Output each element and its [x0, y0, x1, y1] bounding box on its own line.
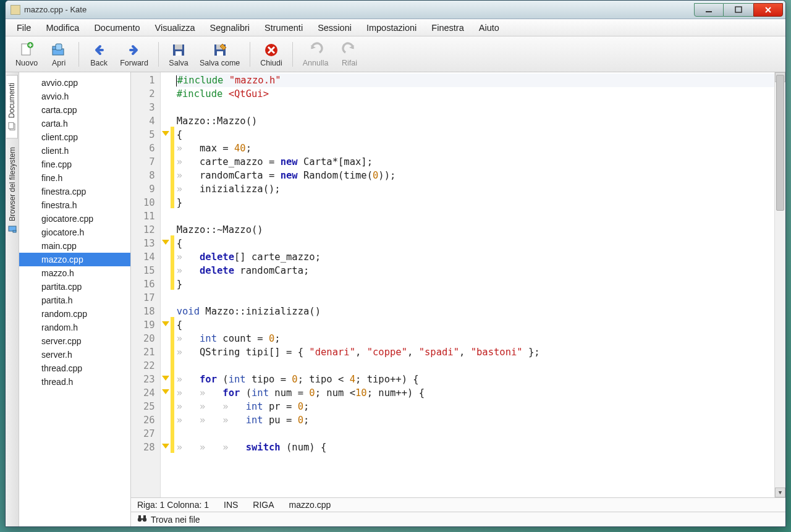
code-line[interactable]: » » for (int num = 0; num <10; num++) { — [177, 386, 774, 400]
file-item[interactable]: carta.h — [19, 117, 130, 130]
menu-impostazioni[interactable]: Impostazioni — [359, 20, 424, 35]
file-item[interactable]: giocatore.cpp — [19, 212, 130, 226]
line-number: 2 — [143, 87, 155, 101]
code-line[interactable]: { — [177, 318, 774, 332]
code-line[interactable]: » inizializza(); — [177, 182, 774, 196]
menu-strumenti[interactable]: Strumenti — [257, 20, 310, 35]
fold-cell[interactable] — [161, 235, 171, 249]
rail-tab-filesystem[interactable]: Browser del filesystem — [7, 140, 18, 241]
file-item[interactable]: fine.cpp — [19, 158, 130, 171]
toolbar-open-label: Apri — [52, 59, 66, 67]
file-item[interactable]: random.h — [19, 321, 130, 334]
toolbar-open-button[interactable]: Apri — [44, 40, 74, 69]
code-line[interactable] — [177, 359, 774, 373]
status-line-value: 1 — [160, 500, 165, 510]
code-line[interactable]: » » » int pu = 0; — [177, 413, 774, 427]
fold-cell[interactable] — [161, 385, 171, 399]
vertical-scrollbar[interactable]: ▲ ▼ — [774, 72, 785, 497]
toolbar-saveas-button[interactable]: Salva come — [195, 40, 245, 69]
close-icon — [764, 6, 772, 14]
file-item[interactable]: giocatore.h — [19, 226, 130, 239]
code-line[interactable]: » int count = 0; — [177, 332, 774, 345]
close-window-button[interactable] — [753, 3, 783, 17]
titlebar[interactable]: mazzo.cpp - Kate — [6, 1, 785, 19]
code-line[interactable]: » delete[] carte_mazzo; — [177, 250, 774, 264]
toolbar-forward-button[interactable]: Forward — [115, 40, 153, 69]
file-item[interactable]: finestra.h — [19, 198, 130, 212]
fold-cell[interactable] — [161, 371, 171, 385]
code-line[interactable]: } — [177, 196, 774, 209]
status-insert-mode[interactable]: INS — [224, 500, 238, 510]
file-item[interactable]: avvio.h — [19, 90, 130, 103]
file-item[interactable]: server.h — [19, 348, 130, 361]
toolbar-back-button[interactable]: Back — [84, 40, 114, 69]
code-line[interactable] — [177, 101, 774, 114]
code-line[interactable]: #include <QtGui> — [177, 87, 774, 101]
toolbar-close-button[interactable]: Chiudi — [255, 40, 287, 69]
menu-documento[interactable]: Documento — [87, 20, 147, 35]
file-item[interactable]: thread.h — [19, 375, 130, 389]
minimize-button[interactable] — [694, 3, 724, 17]
line-number: 16 — [143, 277, 155, 291]
file-item[interactable]: server.cpp — [19, 334, 130, 348]
menu-aiuto[interactable]: Aiuto — [472, 20, 507, 35]
code-line[interactable]: » max = 40; — [177, 141, 774, 155]
toolbar-new-button[interactable]: Nuovo — [11, 40, 43, 69]
find-bar[interactable]: Trova nei file — [131, 512, 785, 526]
code-line[interactable]: » randomCarta = new Random(time(0)); — [177, 169, 774, 182]
fold-column[interactable] — [161, 72, 171, 497]
code-line[interactable]: » » » int pr = 0; — [177, 400, 774, 413]
code-line[interactable]: » carte_mazzo = new Carta*[max]; — [177, 155, 774, 169]
code-line[interactable]: { — [177, 237, 774, 250]
menu-sessioni[interactable]: Sessioni — [310, 20, 359, 35]
code-line[interactable]: » » » switch (num) { — [177, 441, 774, 454]
code-line[interactable]: Mazzo::Mazzo() — [177, 114, 774, 128]
file-item[interactable]: fine.h — [19, 171, 130, 185]
toolbar-undo-button: Annulla — [298, 40, 334, 69]
fold-cell[interactable] — [161, 439, 171, 453]
menubar: FileModificaDocumentoVisualizzaSegnalibr… — [6, 19, 785, 36]
file-item[interactable]: carta.cpp — [19, 103, 130, 117]
code-line[interactable] — [177, 427, 774, 441]
file-item[interactable]: main.cpp — [19, 239, 130, 253]
redo-icon — [341, 41, 358, 59]
file-item[interactable]: partita.h — [19, 293, 130, 307]
file-item[interactable]: avvio.cpp — [19, 76, 130, 90]
status-line-mode[interactable]: RIGA — [253, 500, 274, 510]
toolbar-save-button[interactable]: Salva — [164, 40, 193, 69]
code-line[interactable]: } — [177, 277, 774, 291]
menu-visualizza[interactable]: Visualizza — [148, 20, 203, 35]
code-line[interactable]: #include "mazzo.h" — [177, 74, 774, 87]
code-line[interactable]: » QString tipi[] = { "denari", "coppe", … — [177, 345, 774, 359]
code-line[interactable]: void Mazzo::inizializza() — [177, 305, 774, 318]
file-item[interactable]: mazzo.h — [19, 266, 130, 280]
file-item[interactable]: client.h — [19, 144, 130, 158]
file-item[interactable]: random.cpp — [19, 307, 130, 321]
file-item[interactable]: finestra.cpp — [19, 185, 130, 198]
scrollbar-thumb[interactable] — [776, 75, 784, 211]
code-line[interactable] — [177, 291, 774, 305]
code-line[interactable]: { — [177, 128, 774, 141]
file-item[interactable]: mazzo.cpp — [19, 253, 130, 266]
file-item[interactable]: partita.cpp — [19, 280, 130, 293]
fold-cell[interactable] — [161, 317, 171, 331]
file-item[interactable]: thread.cpp — [19, 361, 130, 375]
code-area[interactable]: #include "mazzo.h"#include <QtGui>Mazzo:… — [174, 72, 774, 497]
maximize-button[interactable] — [724, 3, 753, 17]
fold-cell[interactable] — [161, 127, 171, 140]
rail-tab-documents[interactable]: Documenti — [6, 75, 18, 138]
menu-modifica[interactable]: Modifica — [38, 20, 87, 35]
scroll-down-arrow[interactable]: ▼ — [775, 488, 785, 497]
code-line[interactable]: Mazzo::~Mazzo() — [177, 223, 774, 237]
fold-cell — [161, 399, 171, 412]
menu-file[interactable]: File — [9, 20, 38, 35]
menu-finestra[interactable]: Finestra — [424, 20, 471, 35]
code-line[interactable]: » for (int tipo = 0; tipo < 4; tipo++) { — [177, 373, 774, 386]
menu-segnalibri[interactable]: Segnalibri — [203, 20, 258, 35]
code-editor[interactable]: 1234567891011121314151617181920212223242… — [131, 72, 785, 497]
file-item[interactable]: client.cpp — [19, 130, 130, 144]
fold-cell — [161, 331, 171, 344]
file-list[interactable]: avvio.cppavvio.hcarta.cppcarta.hclient.c… — [19, 72, 131, 526]
code-line[interactable]: » delete randomCarta; — [177, 264, 774, 277]
code-line[interactable] — [177, 209, 774, 223]
